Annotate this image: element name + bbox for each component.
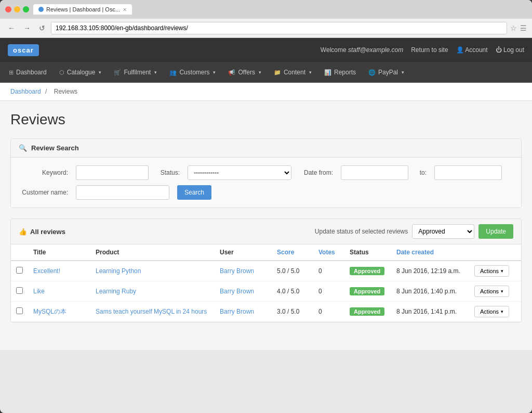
update-status-label: Update status of selected reviews — [315, 228, 408, 235]
status-select[interactable]: ------------ Approved Rejected Pending — [188, 165, 291, 180]
catalogue-icon: ⬡ — [59, 69, 64, 76]
col-actions — [469, 244, 521, 261]
col-checkbox — [11, 244, 28, 261]
breadcrumb-separator: / — [45, 88, 49, 95]
browser-tab[interactable]: Reviews | Dashboard | Osc... ✕ — [33, 4, 132, 15]
nav-item-dashboard[interactable]: ⊞ Dashboard — [3, 62, 53, 83]
row-2-status-badge: Approved — [350, 287, 384, 295]
row-1-actions-caret-icon: ▾ — [501, 268, 503, 274]
table-row: Like Learning Ruby Barry Brown 4.0 / 5.0… — [11, 281, 521, 302]
table-head: Title Product User Score — [11, 244, 521, 261]
table-row: Excellent! Learning Python Barry Brown 5… — [11, 261, 521, 281]
tab-favicon-icon — [38, 7, 44, 12]
search-button[interactable]: Search — [177, 185, 211, 200]
row-1-title-link[interactable]: Excellent! — [33, 267, 60, 275]
status-label: Status: — [156, 169, 180, 176]
row-3-date: 8 Jun 2016, 1:41 p.m. — [391, 302, 469, 322]
row-3-user-link[interactable]: Barry Brown — [220, 308, 254, 315]
row-3-checkbox[interactable] — [16, 307, 23, 314]
search-header-icon: 🔍 — [19, 144, 27, 152]
row-1-product-link[interactable]: Learning Python — [96, 267, 141, 275]
row-1-checkbox[interactable] — [16, 267, 23, 274]
row-2-actions-button[interactable]: Actions ▾ — [474, 286, 509, 297]
main-nav: ⊞ Dashboard ⬡ Catalogue ▾ 🛒 Fulfilment ▾… — [0, 62, 532, 83]
back-button[interactable]: ← — [5, 23, 18, 33]
col-votes[interactable]: Votes — [313, 244, 344, 261]
row-2-actions-caret-icon: ▾ — [501, 289, 503, 294]
address-bar[interactable] — [51, 22, 507, 34]
nav-item-customers[interactable]: 👥 Customers ▾ — [163, 62, 222, 83]
row-2-product-link[interactable]: Learning Ruby — [96, 288, 136, 295]
page-title: Reviews — [10, 111, 522, 128]
browser-buttons — [5, 6, 29, 12]
nav-item-content[interactable]: 📁 Content ▾ — [268, 62, 318, 83]
tab-close-icon[interactable]: ✕ — [123, 7, 127, 12]
content-icon: 📁 — [274, 69, 281, 76]
breadcrumb-dashboard-link[interactable]: Dashboard — [10, 88, 41, 95]
forward-button[interactable]: → — [21, 23, 33, 33]
row-1-user-link[interactable]: Barry Brown — [220, 267, 254, 275]
nav-item-reports[interactable]: 📊 Reports — [318, 62, 362, 83]
reviews-table-container: 👍 All reviews Update status of selected … — [10, 218, 522, 322]
customer-name-label: Customer name: — [19, 189, 68, 196]
date-to-label: to: — [416, 169, 427, 176]
refresh-button[interactable]: ↺ — [36, 23, 48, 33]
table-actions: Update status of selected reviews Approv… — [315, 224, 513, 239]
date-from-input[interactable] — [341, 165, 408, 180]
row-3-product-link[interactable]: Sams teach yourself MySQL in 24 hours — [96, 308, 207, 315]
tab-title: Reviews | Dashboard | Osc... — [46, 6, 120, 12]
reviews-table: Title Product User Score — [11, 244, 521, 322]
person-icon: 👤 — [456, 46, 464, 54]
offers-caret-icon: ▾ — [259, 70, 261, 75]
date-to-input[interactable] — [434, 165, 502, 180]
search-panel-title: Review Search — [31, 144, 79, 152]
search-panel-header: 🔍 Review Search — [11, 139, 521, 158]
breadcrumb: Dashboard / Reviews — [0, 83, 532, 101]
row-3-title-link[interactable]: MySQLの本 — [33, 308, 66, 315]
star-icon[interactable]: ☆ — [510, 24, 517, 32]
col-score[interactable]: Score — [272, 244, 313, 261]
app-container: oscar Welcome staff@example.com Return t… — [0, 38, 532, 350]
row-3-votes: 0 — [313, 302, 344, 322]
row-3-score: 3.0 / 5.0 — [272, 302, 313, 322]
col-product: Product — [90, 244, 215, 261]
row-2-user-link[interactable]: Barry Brown — [220, 288, 254, 295]
maximize-button[interactable] — [23, 6, 29, 12]
update-button[interactable]: Update — [478, 224, 513, 239]
row-2-title-link[interactable]: Like — [33, 288, 45, 295]
col-user: User — [215, 244, 272, 261]
close-button[interactable] — [5, 6, 11, 12]
breadcrumb-current: Reviews — [54, 88, 77, 95]
col-date-created[interactable]: Date created — [391, 244, 469, 261]
customer-name-input[interactable] — [76, 185, 169, 200]
bulk-status-select[interactable]: Approved Rejected Pending — [412, 224, 474, 239]
minimize-button[interactable] — [14, 6, 20, 12]
menu-icon[interactable]: ☰ — [520, 24, 527, 32]
app-header: oscar Welcome staff@example.com Return t… — [0, 38, 532, 62]
row-2-checkbox[interactable] — [16, 287, 23, 294]
row-3-actions-button[interactable]: Actions ▾ — [474, 306, 509, 317]
nav-item-fulfilment[interactable]: 🛒 Fulfilment ▾ — [108, 62, 163, 83]
welcome-text: Welcome staff@example.com — [321, 46, 403, 54]
nav-item-offers[interactable]: 📢 Offers ▾ — [222, 62, 267, 83]
return-to-site-link[interactable]: Return to site — [411, 46, 448, 54]
date-from-label: Date from: — [299, 169, 333, 176]
reports-icon: 📊 — [324, 69, 331, 76]
catalogue-caret-icon: ▾ — [99, 70, 101, 75]
row-1-status-badge: Approved — [350, 267, 384, 275]
row-1-actions-button[interactable]: Actions ▾ — [474, 265, 509, 277]
search-row-1: Keyword: Status: ------------ Approved R… — [19, 165, 513, 180]
table-title: 👍 All reviews — [19, 228, 65, 236]
thumbs-up-icon: 👍 — [19, 228, 27, 236]
customers-icon: 👥 — [169, 69, 177, 76]
row-2-score: 4.0 / 5.0 — [272, 281, 313, 302]
account-link[interactable]: 👤 Account — [456, 46, 488, 54]
logout-link[interactable]: ⏻ Log out — [496, 46, 524, 54]
nav-item-paypal[interactable]: 🌐 PayPal ▾ — [362, 62, 410, 83]
nav-item-catalogue[interactable]: ⬡ Catalogue ▾ — [53, 62, 108, 83]
col-title: Title — [28, 244, 90, 261]
content-caret-icon: ▾ — [309, 70, 312, 75]
row-1-votes: 0 — [313, 261, 344, 281]
oscar-logo[interactable]: oscar — [8, 44, 39, 56]
keyword-input[interactable] — [76, 165, 149, 180]
